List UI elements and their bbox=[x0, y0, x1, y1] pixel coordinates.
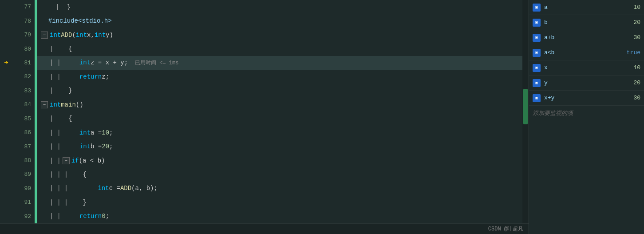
code-text-85: { bbox=[53, 115, 72, 122]
code-text-92b: return bbox=[79, 213, 102, 220]
fold-marker-79[interactable]: − bbox=[41, 32, 48, 39]
watch-name-y: y bbox=[544, 79, 623, 86]
code-guide-82b: | bbox=[57, 73, 60, 80]
code-text-86a bbox=[61, 129, 79, 136]
watch-icon-a: ▣ bbox=[533, 4, 541, 12]
watch-icon-x: ▣ bbox=[533, 64, 541, 72]
code-text-87d: 20 bbox=[102, 143, 109, 150]
watch-name-b: b bbox=[544, 19, 623, 26]
watch-icon-y: ▣ bbox=[533, 79, 541, 87]
code-line-90: | | | int c = ADD (a, b); bbox=[37, 182, 522, 195]
watch-value-altb: true bbox=[623, 49, 640, 56]
code-text-87a bbox=[61, 143, 79, 150]
code-line-88: | | − if (a < b) bbox=[37, 154, 522, 167]
code-guide-87a: | bbox=[50, 143, 53, 150]
line-num-84: 84 bbox=[12, 98, 35, 111]
arrow-row-92 bbox=[0, 210, 12, 223]
code-text-81a bbox=[61, 59, 79, 66]
code-line-87: | | int b = 20 ; bbox=[37, 139, 522, 153]
watch-value-aplusb: 30 bbox=[623, 34, 640, 41]
code-line-79: −int ADD(int x, int y) bbox=[37, 28, 522, 42]
watch-row-xplusy: ▣ x+y 30 bbox=[529, 91, 644, 106]
code-content: | } #include<stdio.h> −int ADD(int x, in… bbox=[37, 0, 522, 223]
code-guide-91b: | bbox=[57, 199, 60, 206]
code-text-82b: return bbox=[79, 73, 102, 80]
code-guide-88b: | bbox=[57, 157, 60, 164]
watch-name-aplusb: a+b bbox=[544, 34, 623, 41]
code-text-92a bbox=[61, 213, 79, 220]
watch-row-a: ▣ a 10 bbox=[529, 0, 644, 15]
code-guide-92a: | bbox=[50, 213, 53, 220]
watch-panel: ▣ a 10 ▣ b 20 ▣ a+b 30 ▣ a<b true ▣ x 10… bbox=[529, 0, 644, 234]
line-num-86: 86 bbox=[12, 126, 35, 139]
arrow-row-90 bbox=[0, 182, 12, 195]
line-num-90: 90 bbox=[12, 182, 35, 195]
fold-marker-84[interactable]: − bbox=[41, 101, 48, 108]
arrow-row-86 bbox=[0, 126, 12, 139]
code-text-79f: int bbox=[95, 32, 106, 39]
code-guide-88a: | bbox=[50, 157, 53, 164]
code-line-91: | | | } bbox=[37, 195, 522, 209]
code-text-86b: int bbox=[79, 129, 91, 136]
line-num-89: 89 bbox=[12, 167, 35, 181]
editor-scrollbar[interactable] bbox=[522, 0, 529, 223]
watch-value-xplusy: 30 bbox=[623, 95, 640, 101]
code-guide-90a: | bbox=[50, 185, 53, 192]
code-text-81c: z = x + y; bbox=[91, 59, 128, 66]
line-numbers: 77 78 79 80 81 82 83 84 85 86 87 88 89 9… bbox=[12, 0, 36, 223]
code-guide-80: | bbox=[50, 45, 53, 52]
code-text-79d: int bbox=[76, 32, 87, 39]
code-guide-89a: | bbox=[50, 171, 53, 178]
code-line-86: | | int a = 10 ; bbox=[37, 126, 522, 139]
arrow-row-80 bbox=[0, 42, 12, 56]
code-text-88b: if bbox=[71, 157, 79, 164]
watch-value-a: 10 bbox=[623, 4, 640, 11]
code-text-90a bbox=[68, 185, 98, 192]
code-guide-85: | bbox=[50, 115, 53, 122]
arrow-row-89 bbox=[0, 167, 12, 181]
line-num-91: 91 bbox=[12, 195, 35, 209]
code-text-82a bbox=[61, 73, 79, 80]
code-text-86d: 10 bbox=[102, 129, 109, 136]
code-line-92: | | return 0 ; bbox=[37, 210, 522, 223]
code-text-79g: y) bbox=[106, 32, 113, 39]
arrow-gutter: ➔ bbox=[0, 0, 12, 223]
watch-add-hint[interactable]: 添加要监视的项 bbox=[529, 106, 644, 121]
code-line-89: | | | { bbox=[37, 167, 522, 181]
code-guide-90b: | bbox=[57, 185, 60, 192]
watch-name-altb: a<b bbox=[544, 49, 623, 56]
code-guide-86b: | bbox=[57, 129, 60, 136]
watch-row-aplusb: ▣ a+b 30 bbox=[529, 30, 644, 45]
line-num-81: 81 bbox=[12, 56, 35, 70]
arrow-row-82 bbox=[0, 70, 12, 83]
line-num-92: 92 bbox=[12, 210, 35, 223]
fold-marker-88[interactable]: − bbox=[63, 157, 70, 164]
watch-row-b: ▣ b 20 bbox=[529, 15, 644, 30]
line-num-88: 88 bbox=[12, 154, 35, 167]
code-text-88c: (a < b) bbox=[79, 157, 105, 164]
status-bar: CSDN @叶超凡 bbox=[0, 223, 529, 234]
code-guide-86a: | bbox=[50, 129, 53, 136]
watch-name-xplusy: x+y bbox=[544, 95, 623, 101]
code-text-87b: int bbox=[79, 143, 91, 150]
scrollbar-thumb[interactable] bbox=[523, 89, 528, 124]
code-line-81: | | int z = x + y; 已用时间 <= 1ms bbox=[37, 56, 522, 70]
watch-name-x: x bbox=[544, 64, 623, 71]
code-text-77: | } bbox=[41, 4, 71, 11]
code-text-89: { bbox=[68, 171, 87, 178]
code-guide-81a: | bbox=[50, 59, 53, 66]
arrow-row-81: ➔ bbox=[0, 56, 12, 70]
code-text-90b: int bbox=[98, 185, 109, 192]
watch-icon-xplusy: ▣ bbox=[533, 94, 541, 102]
line-num-82: 82 bbox=[12, 70, 35, 83]
watch-row-altb: ▣ a<b true bbox=[529, 45, 644, 60]
timing-hint-81: 已用时间 <= 1ms bbox=[135, 59, 178, 67]
arrow-row-85 bbox=[0, 112, 12, 126]
watch-icon-b: ▣ bbox=[533, 19, 541, 27]
code-guide-91c: | bbox=[64, 199, 68, 206]
arrow-row-84 bbox=[0, 98, 12, 111]
code-line-83: | } bbox=[37, 84, 522, 98]
line-num-78: 78 bbox=[12, 14, 35, 28]
code-line-82: | | return z; bbox=[37, 70, 522, 83]
code-text-92d: ; bbox=[106, 213, 109, 220]
